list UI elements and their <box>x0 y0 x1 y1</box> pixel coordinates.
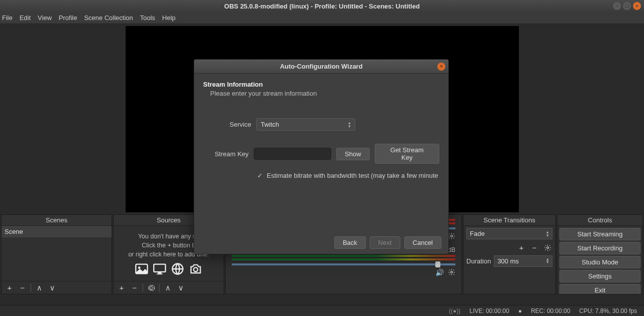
auto-config-wizard-dialog: Auto-Configuration Wizard × Stream Infor… <box>194 59 449 254</box>
status-cpu: CPU: 7.8%, 30.00 fps <box>579 307 637 314</box>
scene-up-button[interactable]: ∧ <box>34 283 44 293</box>
broadcast-icon: ((●)) <box>449 307 460 314</box>
status-rec: REC: 00:00:00 <box>531 307 570 314</box>
updown-icon: ▴▾ <box>546 230 549 237</box>
menu-scene-collection[interactable]: Scene Collection <box>84 14 133 22</box>
controls-header: Controls <box>557 215 642 226</box>
speaker-icon[interactable]: 🔊 <box>435 268 444 277</box>
service-select[interactable]: Twitch ▴▾ <box>256 118 355 131</box>
duration-label: Duration <box>466 257 491 265</box>
section-heading: Stream Information <box>203 81 439 88</box>
streamkey-input[interactable] <box>254 148 331 160</box>
menu-edit[interactable]: Edit <box>20 14 31 22</box>
settings-button[interactable]: Settings <box>559 270 640 282</box>
separator <box>31 284 31 292</box>
scene-down-button[interactable]: ∨ <box>47 283 57 293</box>
svg-rect-3 <box>158 272 162 273</box>
start-recording-button[interactable]: Start Recording <box>559 242 640 254</box>
scene-item[interactable]: Scene <box>2 226 112 237</box>
scene-add-button[interactable]: + <box>5 283 15 293</box>
gear-icon[interactable] <box>448 268 455 277</box>
camera-source-icon <box>189 262 203 273</box>
exit-button[interactable]: Exit <box>559 284 640 294</box>
source-gear-button[interactable] <box>146 283 156 293</box>
checkbox-icon[interactable]: ✓ <box>257 172 263 179</box>
menu-view[interactable]: View <box>38 14 52 22</box>
window-title: OBS 25.0.8-modified (linux) - Profile: U… <box>224 3 420 10</box>
scenes-panel: Scenes Scene + − ∧ ∨ <box>1 214 112 294</box>
streamkey-label: Stream Key <box>203 150 249 158</box>
studio-mode-button[interactable]: Studio Mode <box>559 256 640 268</box>
display-source-icon <box>153 262 167 273</box>
next-button: Next <box>370 236 400 249</box>
updown-icon: ▴▾ <box>348 121 351 128</box>
dialog-title: Auto-Configuration Wizard <box>280 63 362 70</box>
source-down-button[interactable]: ∨ <box>176 283 186 293</box>
menu-help[interactable]: Help <box>162 14 176 22</box>
separator <box>159 284 160 292</box>
controls-panel: Controls Start Streaming Start Recording… <box>557 214 643 294</box>
source-add-button[interactable]: + <box>117 283 127 293</box>
transitions-panel: Scene Transitions Fade ▴▾ + − Duration 3… <box>463 214 556 294</box>
svg-point-1 <box>138 267 141 269</box>
start-streaming-button[interactable]: Start Streaming <box>559 228 640 240</box>
close-button[interactable]: × <box>633 2 641 10</box>
svg-rect-4 <box>157 274 163 275</box>
record-icon: ● <box>518 307 522 314</box>
scene-remove-button[interactable]: − <box>18 283 28 293</box>
source-up-button[interactable]: ∧ <box>163 283 173 293</box>
volume-slider[interactable] <box>232 263 455 265</box>
cancel-button[interactable]: Cancel <box>404 236 441 249</box>
transition-selected: Fade <box>470 230 485 237</box>
bitrate-estimate-checkbox-label[interactable]: Estimate bitrate with bandwidth test (ma… <box>267 172 438 179</box>
menu-profile[interactable]: Profile <box>59 14 77 22</box>
transition-remove-button[interactable]: − <box>529 242 539 252</box>
audio-meter <box>232 255 455 257</box>
service-label: Service <box>203 121 251 128</box>
image-source-icon <box>135 262 149 273</box>
transitions-header: Scene Transitions <box>463 215 555 226</box>
menu-bar: File Edit View Profile Scene Collection … <box>0 12 644 24</box>
show-button[interactable]: Show <box>336 148 370 160</box>
svg-point-8 <box>451 271 453 273</box>
duration-input[interactable]: 300 ms ▴▾ <box>494 255 552 267</box>
menu-tools[interactable]: Tools <box>140 14 155 22</box>
maximize-button[interactable]: ▢ <box>623 2 631 10</box>
svg-point-9 <box>546 246 548 248</box>
back-button[interactable]: Back <box>334 236 366 249</box>
transition-add-button[interactable]: + <box>516 242 526 252</box>
duration-value: 300 ms <box>497 257 519 265</box>
transition-gear-button[interactable] <box>542 242 552 252</box>
menu-file[interactable]: File <box>2 14 13 22</box>
audio-meter <box>232 258 455 260</box>
gear-icon[interactable] <box>448 232 455 241</box>
svg-point-6 <box>194 267 198 271</box>
source-remove-button[interactable]: − <box>130 283 140 293</box>
svg-rect-2 <box>154 264 165 272</box>
scenes-header: Scenes <box>2 215 112 226</box>
service-value: Twitch <box>261 121 279 128</box>
status-live: LIVE: 00:00:00 <box>469 307 509 314</box>
globe-source-icon <box>171 262 185 273</box>
transition-select[interactable]: Fade ▴▾ <box>466 228 552 239</box>
window-titlebar: OBS 25.0.8-modified (linux) - Profile: U… <box>0 0 644 12</box>
get-stream-key-button[interactable]: Get Stream Key <box>375 144 439 164</box>
dialog-close-button[interactable]: × <box>437 63 445 71</box>
updown-icon: ▴▾ <box>546 257 549 265</box>
separator <box>143 284 143 292</box>
minimize-button[interactable]: – <box>613 2 621 10</box>
status-bar: ((●)) LIVE: 00:00:00 ● REC: 00:00:00 CPU… <box>0 305 644 316</box>
section-subtitle: Please enter your stream information <box>210 90 439 97</box>
dialog-titlebar[interactable]: Auto-Configuration Wizard × <box>194 60 448 74</box>
svg-point-7 <box>451 235 453 237</box>
